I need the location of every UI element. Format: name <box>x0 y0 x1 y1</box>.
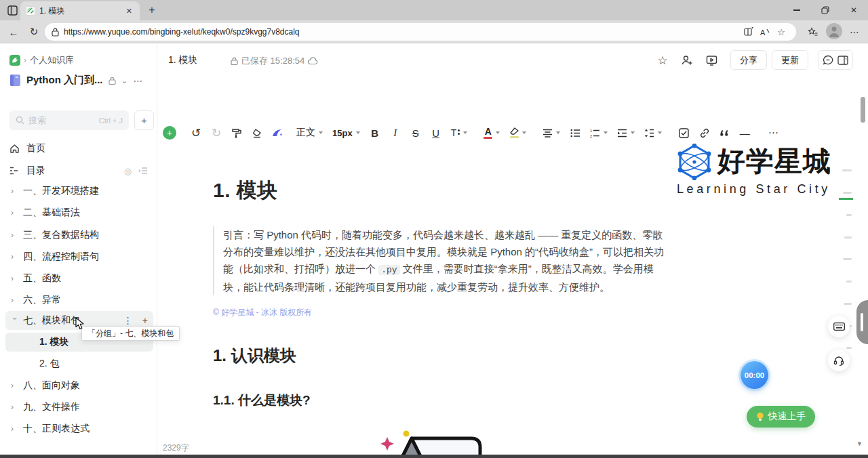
comments-icon[interactable] <box>823 55 833 65</box>
tree-item-chapter9[interactable]: ›九、文件操作 <box>5 398 153 417</box>
update-button[interactable]: 更新 <box>772 50 808 70</box>
read-aloud-icon[interactable]: A <box>757 25 773 39</box>
ai-assistant-icon[interactable] <box>269 123 286 142</box>
python-file-illustration[interactable] <box>213 428 669 458</box>
doc-h3[interactable]: 1.1. 什么是模块? <box>213 392 669 409</box>
side-panel-icon[interactable] <box>837 56 848 65</box>
tree-item-chapter4[interactable]: ›四、流程控制语句 <box>5 247 153 266</box>
keyboard-shortcuts-button[interactable] <box>828 316 850 337</box>
book-header[interactable]: Python 入门到... ⌄ ⋯ <box>9 74 152 87</box>
tree-item-doc-package[interactable]: 2. 包 <box>5 354 153 373</box>
refresh-icon[interactable]: ↻ <box>27 25 41 39</box>
tree-item-chapter6[interactable]: ›六、异常 <box>5 291 153 310</box>
restore-button[interactable] <box>811 0 840 20</box>
browser-menu-icon[interactable]: ⋯ <box>846 25 863 39</box>
tree-item-chapter10[interactable]: ›十、正则表达式 <box>5 419 153 438</box>
line-height-dropdown[interactable] <box>641 123 665 142</box>
tree-item-chapter8[interactable]: ›八、面向对象 <box>5 376 153 395</box>
insert-block-icon[interactable]: + <box>163 126 176 140</box>
outline-dash[interactable] <box>846 280 852 283</box>
split-screen-icon[interactable] <box>741 25 757 39</box>
strikethrough-icon[interactable]: S <box>407 123 425 142</box>
outline-dash[interactable] <box>843 258 852 260</box>
todo-checkbox-icon[interactable] <box>675 123 692 142</box>
scroll-down-icon[interactable]: ▼ <box>856 440 863 447</box>
quick-start-button[interactable]: 快速上手 <box>747 406 815 428</box>
browser-profile-avatar[interactable] <box>826 23 842 39</box>
undo-icon[interactable]: ↺ <box>187 123 205 142</box>
tab-close-icon[interactable]: ✕ <box>124 7 134 16</box>
quote-icon[interactable] <box>715 123 733 142</box>
present-icon[interactable] <box>703 52 719 68</box>
more-text-styles-dropdown[interactable]: T <box>448 123 471 142</box>
search-input[interactable]: 搜索 Ctrl + J <box>9 110 129 130</box>
book-more-icon[interactable]: ⋯ <box>134 75 143 86</box>
browser-tab[interactable]: 1. 模块 ✕ <box>20 1 140 20</box>
add-collaborator-icon[interactable] <box>679 52 695 68</box>
url-text[interactable]: https://www.yuque.com/bingbing-xelut/keq… <box>64 27 741 37</box>
collapse-all-icon[interactable] <box>138 167 148 175</box>
chevron-right-icon[interactable]: › <box>11 208 19 217</box>
sidebar-item-toc[interactable]: 目录 ◎ <box>9 161 148 180</box>
align-dropdown[interactable] <box>539 123 564 142</box>
favorite-star-icon[interactable]: ☆ <box>773 25 789 39</box>
redo-icon[interactable]: ↻ <box>208 123 225 142</box>
address-bar[interactable]: https://www.yuque.com/bingbing-xelut/keq… <box>45 23 796 41</box>
doc-content[interactable]: 1. 模块 引言：写 Python 代码时，随着功能变多，代码会越来越长、越来越… <box>213 146 669 458</box>
chevron-right-icon[interactable]: › <box>11 230 19 240</box>
outline-dash[interactable] <box>843 192 852 194</box>
format-painter-icon[interactable] <box>228 123 245 142</box>
tab-actions-icon[interactable] <box>6 4 18 16</box>
highlight-color-dropdown[interactable] <box>506 123 530 142</box>
doc-h2[interactable]: 1. 认识模块 <box>213 345 669 367</box>
back-icon[interactable]: ← <box>7 25 20 39</box>
tree-item-chapter1[interactable]: ›一、开发环境搭建 <box>5 182 153 201</box>
chevron-right-icon[interactable]: › <box>11 402 19 412</box>
font-color-dropdown[interactable]: A <box>480 123 503 142</box>
paragraph-style-dropdown[interactable]: 正文 <box>293 123 326 142</box>
chevron-right-icon[interactable]: › <box>11 252 19 262</box>
workspace-label[interactable]: 个人知识库 <box>30 54 74 66</box>
divider-icon[interactable]: — <box>736 123 753 142</box>
chevron-right-icon[interactable]: › <box>11 295 19 305</box>
support-button[interactable] <box>828 350 850 371</box>
recording-timer-bubble[interactable]: 00:00 <box>741 361 768 389</box>
site-permissions-icon[interactable] <box>52 28 59 37</box>
font-size-dropdown[interactable]: 15px <box>329 123 363 142</box>
item-add-icon[interactable]: + <box>142 315 148 326</box>
toolbar-more-icon[interactable]: ⋯ <box>764 123 782 142</box>
doc-h1[interactable]: 1. 模块 <box>213 177 669 205</box>
workspace-breadcrumb[interactable]: › 个人知识库 <box>9 54 74 66</box>
outline-dash[interactable] <box>846 347 852 349</box>
chevron-right-icon[interactable]: › <box>11 186 19 196</box>
link-icon[interactable] <box>695 123 713 142</box>
tree-item-chapter2[interactable]: ›二、基础语法 <box>5 203 153 222</box>
chevron-right-icon[interactable]: › <box>11 274 19 283</box>
tree-item-chapter5[interactable]: ›五、函数 <box>5 269 153 288</box>
tree-item-chapter3[interactable]: ›三、复合数据结构 <box>5 226 153 245</box>
chevron-right-icon[interactable]: › <box>11 424 19 434</box>
favorites-bar-icon[interactable] <box>804 25 821 39</box>
outline-dash[interactable] <box>842 169 852 171</box>
indent-dropdown[interactable] <box>614 123 638 142</box>
italic-icon[interactable]: I <box>387 123 404 142</box>
share-button[interactable]: 分享 <box>730 50 767 70</box>
outline-dash[interactable] <box>846 214 852 216</box>
outline-dash[interactable] <box>844 303 852 305</box>
page-scrollbar-thumb[interactable] <box>861 97 865 123</box>
minimize-button[interactable] <box>783 0 811 20</box>
chevron-down-icon[interactable]: ⌄ <box>121 76 128 85</box>
underline-icon[interactable]: U <box>427 123 445 142</box>
new-tab-button[interactable]: + <box>145 3 159 17</box>
clear-format-icon[interactable] <box>248 123 266 142</box>
bold-icon[interactable]: B <box>366 123 384 142</box>
star-doc-icon[interactable]: ☆ <box>654 52 671 68</box>
chevron-right-icon[interactable]: › <box>11 381 19 390</box>
close-window-button[interactable]: ✕ <box>840 0 868 20</box>
intro-quote-block[interactable]: 引言：写 Python 代码时，随着功能变多，代码会越来越长、越来越乱 —— 重… <box>213 226 669 295</box>
item-more-icon[interactable]: ⋮ <box>123 315 133 326</box>
sidebar-item-home[interactable]: 首页 <box>9 139 148 158</box>
outline-panel-handle[interactable] <box>856 300 868 344</box>
outline-dash[interactable] <box>844 236 852 238</box>
chevron-down-icon[interactable]: › <box>10 317 20 325</box>
